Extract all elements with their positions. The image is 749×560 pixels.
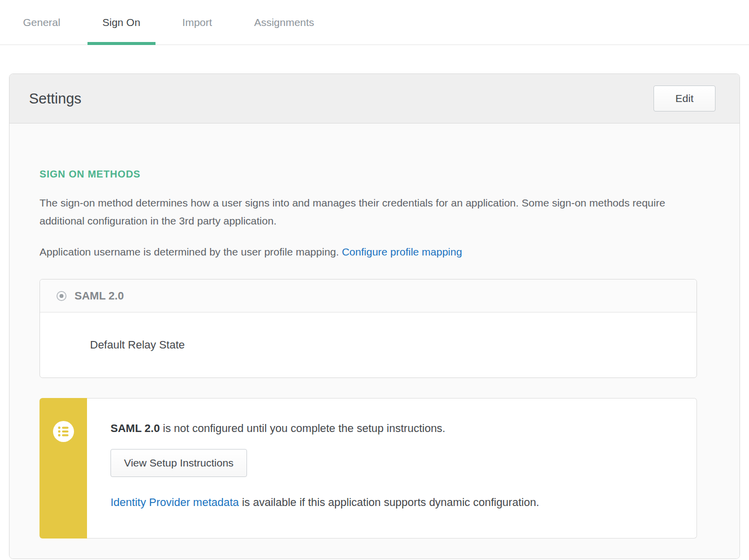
tab-general[interactable]: General: [8, 0, 76, 44]
tab-general-label: General: [23, 16, 60, 28]
tab-sign-on-label: Sign On: [102, 16, 140, 28]
username-mapping-text: Application username is determined by th…: [40, 246, 342, 258]
saml-method-details: Default Relay State: [40, 312, 696, 378]
saml-radio-button[interactable]: [56, 291, 66, 301]
not-configured-message: SAML 2.0 is not configured until you com…: [110, 422, 676, 435]
not-configured-message-bold: SAML 2.0: [110, 422, 160, 434]
tab-assignments-label: Assignments: [254, 16, 314, 28]
configure-profile-mapping-link[interactable]: Configure profile mapping: [342, 246, 462, 258]
tab-import-label: Import: [182, 16, 212, 28]
view-setup-instructions-button[interactable]: View Setup Instructions: [110, 449, 247, 477]
callout-accent-strip: [40, 398, 87, 538]
settings-panel-header: Settings Edit: [10, 74, 740, 124]
settings-panel: Settings Edit SIGN ON METHODS The sign-o…: [9, 74, 740, 559]
tab-assignments[interactable]: Assignments: [239, 0, 329, 44]
metadata-availability-line: Identity Provider metadata is available …: [110, 496, 676, 509]
sign-on-methods-heading: SIGN ON METHODS: [40, 168, 696, 180]
saml-method-label: SAML 2.0: [74, 290, 124, 302]
tab-sign-on[interactable]: Sign On: [88, 0, 156, 44]
username-mapping-line: Application username is determined by th…: [40, 243, 696, 261]
list-icon: [52, 420, 74, 444]
saml-method-header[interactable]: SAML 2.0: [40, 280, 696, 312]
identity-provider-metadata-link[interactable]: Identity Provider metadata: [110, 496, 239, 508]
edit-button[interactable]: Edit: [654, 86, 716, 112]
tab-import[interactable]: Import: [168, 0, 228, 44]
saml-method-card: SAML 2.0 Default Relay State: [40, 279, 697, 378]
saml-setup-callout: SAML 2.0 is not configured until you com…: [40, 398, 697, 538]
not-configured-message-rest: is not configured until you complete the…: [160, 422, 446, 434]
metadata-availability-rest: is available if this application support…: [239, 496, 539, 508]
default-relay-state-label: Default Relay State: [90, 338, 185, 352]
callout-content: SAML 2.0 is not configured until you com…: [87, 398, 697, 538]
page-title: Settings: [29, 90, 82, 107]
sign-on-methods-description: The sign-on method determines how a user…: [40, 194, 696, 230]
app-tab-bar: General Sign On Import Assignments: [0, 0, 749, 45]
settings-panel-body: SIGN ON METHODS The sign-on method deter…: [10, 124, 740, 558]
